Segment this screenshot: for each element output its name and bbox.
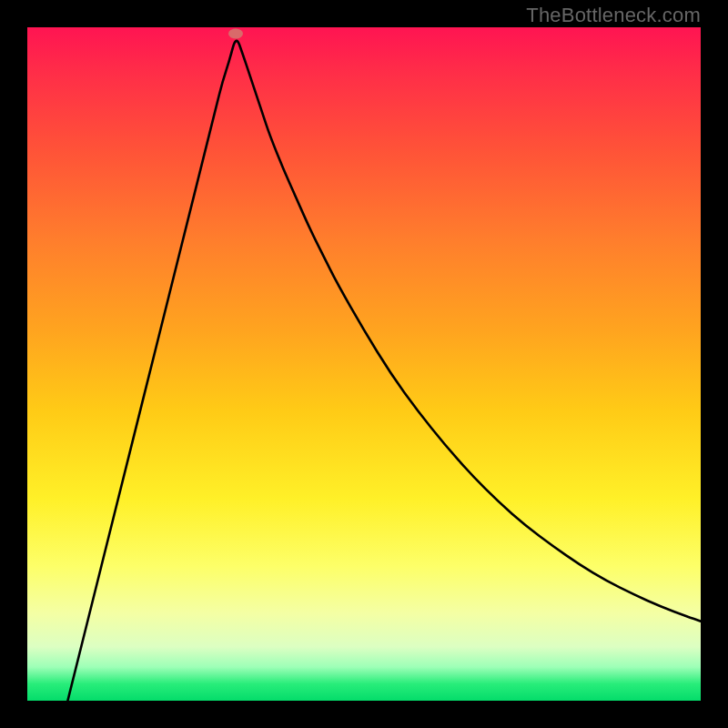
optimum-marker (228, 29, 243, 39)
curve-svg (27, 27, 701, 701)
plot-area (27, 27, 701, 701)
watermark-text: TheBottleneck.com (526, 4, 701, 27)
bottleneck-curve (67, 41, 701, 701)
chart-frame: TheBottleneck.com (0, 0, 728, 728)
